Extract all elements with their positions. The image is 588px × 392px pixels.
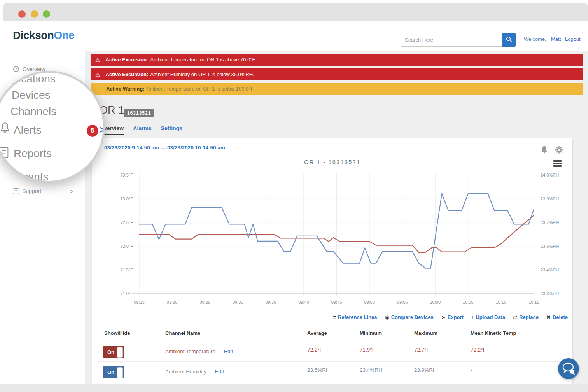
user-link[interactable]: Matt xyxy=(551,36,561,42)
minimum-value: 71.9°F xyxy=(360,347,375,353)
edit-link[interactable]: Edit xyxy=(215,369,224,374)
close-window-icon[interactable] xyxy=(18,10,26,18)
main-content: Overview Locations Devices Channels Aler… xyxy=(3,51,588,384)
replace-icon: ⇄ xyxy=(513,314,517,320)
column-show-hide: Show/Hide xyxy=(104,330,130,336)
column-average: Average xyxy=(307,330,327,336)
maximum-value: 23.9%RH xyxy=(414,367,437,373)
minimize-window-icon[interactable] xyxy=(31,10,38,18)
upload-icon: ↑ xyxy=(471,314,474,320)
logo-accent: One xyxy=(54,29,74,41)
mean-kinetic-temp-value: 72.2°F xyxy=(471,347,486,353)
upload-data-button[interactable]: ↑ Upload Data xyxy=(471,314,505,320)
device-id-badge: 16313521 xyxy=(124,109,154,117)
svg-text:23.4%RH: 23.4%RH xyxy=(541,268,559,272)
show-hide-toggle[interactable]: On xyxy=(103,366,124,378)
banner-bold: Active Excursion: xyxy=(106,72,149,77)
zoom-window-icon[interactable] xyxy=(43,10,50,18)
action-label: Delete xyxy=(553,314,568,320)
svg-text:24.0%RH: 24.0%RH xyxy=(541,173,559,177)
chevron-right-icon[interactable]: > xyxy=(99,124,105,136)
report-document-icon xyxy=(0,147,9,158)
toggle-knob xyxy=(117,347,123,358)
card-icon-buttons xyxy=(541,145,563,154)
lens-item-reports[interactable]: Reports xyxy=(14,147,52,160)
channel-name: Ambient TemperatureEdit xyxy=(165,348,233,354)
compare-devices-button[interactable]: ◉ Compare Devices xyxy=(385,314,433,320)
banner-text: Ambient Humidity on OR 1 is below 35.0%R… xyxy=(150,72,254,77)
date-range-link[interactable]: 03/23/2020 9:14:50 am — 03/23/2020 10:14… xyxy=(104,145,225,150)
show-hide-toggle[interactable]: On xyxy=(103,346,124,358)
chart-actions: ≡ Reference Lines ◉ Compare Devices ➤ Ex… xyxy=(333,314,568,320)
svg-text:09:30: 09:30 xyxy=(233,300,243,304)
svg-text:71.5°F: 71.5°F xyxy=(120,268,133,272)
svg-text:09:45: 09:45 xyxy=(331,300,342,304)
welcome-text: Welcome, xyxy=(524,36,546,42)
tab-settings[interactable]: Settings xyxy=(161,125,182,135)
maximum-value: 72.7°F xyxy=(414,347,430,353)
device-chart-card: 03/23/2020 9:14:50 am — 03/23/2020 10:14… xyxy=(92,138,572,385)
bell-icon[interactable] xyxy=(541,145,548,154)
chevron-right-icon: > xyxy=(70,188,74,194)
column-maximum: Maximum xyxy=(414,330,438,336)
column-mean-kinetic-temp: Mean Kinetic Temp xyxy=(471,330,516,336)
warning-triangle-icon: ⚠ xyxy=(95,57,100,63)
search-icon xyxy=(505,35,513,43)
banner-text: Ambient Temperature on OR 1 is below 100… xyxy=(146,86,254,92)
svg-text:09:40: 09:40 xyxy=(298,300,309,304)
action-label: Replace xyxy=(519,314,539,320)
svg-text:71.0°F: 71.0°F xyxy=(120,291,133,296)
sidebar-label: Support xyxy=(22,188,41,194)
toggle-label: On xyxy=(107,369,114,375)
search-button[interactable] xyxy=(502,33,516,47)
reference-lines-icon: ≡ xyxy=(333,314,336,320)
action-label: Export xyxy=(448,314,464,320)
dicksonone-logo[interactable]: DicksonOne xyxy=(13,29,74,42)
channel-name: Ambient HumidityEdit xyxy=(165,369,224,374)
reference-lines-button[interactable]: ≡ Reference Lines xyxy=(333,314,377,320)
export-icon: ➤ xyxy=(441,314,446,320)
svg-text:09:50: 09:50 xyxy=(364,300,375,304)
svg-text:09:25: 09:25 xyxy=(200,300,210,304)
app-header: DicksonOne Welcome, Matt | Logout xyxy=(3,21,588,51)
sidebar-item-support[interactable]: ? Support > xyxy=(13,188,79,194)
gauge-icon xyxy=(13,66,19,72)
lens-item-channels[interactable]: Channels xyxy=(10,105,56,118)
svg-text:72.5°F: 72.5°F xyxy=(120,220,133,225)
logo-primary: Dickson xyxy=(13,29,54,41)
svg-text:09:15: 09:15 xyxy=(134,300,145,304)
average-value: 23.6%RH xyxy=(307,367,330,373)
svg-text:10:00: 10:00 xyxy=(430,300,441,304)
links-divider: | xyxy=(562,36,564,42)
edit-link[interactable]: Edit xyxy=(224,348,233,354)
alert-banner-excursion-humidity[interactable]: ⚠ Active Excursion: Ambient Humidity on … xyxy=(91,68,583,80)
export-button[interactable]: ➤ Export xyxy=(441,314,464,320)
svg-text:09:35: 09:35 xyxy=(266,300,276,304)
toggle-label: On xyxy=(107,349,114,355)
lens-item-alerts[interactable]: Alerts xyxy=(14,124,42,136)
banner-text: Ambient Temperature on OR 1 is above 70.… xyxy=(150,57,256,63)
warning-triangle-icon: ⚠ xyxy=(95,72,100,78)
gear-icon[interactable] xyxy=(555,145,563,154)
delete-icon: ✖ xyxy=(546,314,551,320)
replace-button[interactable]: ⇄ Replace xyxy=(513,314,539,320)
lens-item-devices[interactable]: Devices xyxy=(12,89,51,102)
alert-banner-warning-temperature[interactable]: Active Warning: Ambient Temperature on O… xyxy=(91,83,583,95)
svg-text:23.6%RH: 23.6%RH xyxy=(541,244,559,248)
search-input[interactable] xyxy=(401,33,502,47)
banner-bold: Active Excursion: xyxy=(106,57,149,63)
minimum-value: 23.4%RH xyxy=(360,367,382,373)
alert-banner-excursion-temperature[interactable]: ⚠ Active Excursion: Ambient Temperature … xyxy=(91,54,583,66)
delete-button[interactable]: ✖ Delete xyxy=(546,314,568,320)
question-icon: ? xyxy=(13,188,19,194)
logout-link[interactable]: Logout xyxy=(565,36,581,42)
action-label: Reference Lines xyxy=(338,314,377,320)
chat-button[interactable] xyxy=(558,358,579,379)
svg-text:72.0°F: 72.0°F xyxy=(120,244,133,248)
action-label: Upload Data xyxy=(476,314,505,320)
tab-bar: Overview Alarms Settings xyxy=(100,125,182,135)
table-row-ambient-temperature: On Ambient TemperatureEdit 72.2°F 71.9°F… xyxy=(92,342,572,362)
svg-text:10:10: 10:10 xyxy=(496,300,507,304)
tab-alarms[interactable]: Alarms xyxy=(133,125,151,135)
chart-title: OR 1 - 16313521 xyxy=(92,159,572,165)
